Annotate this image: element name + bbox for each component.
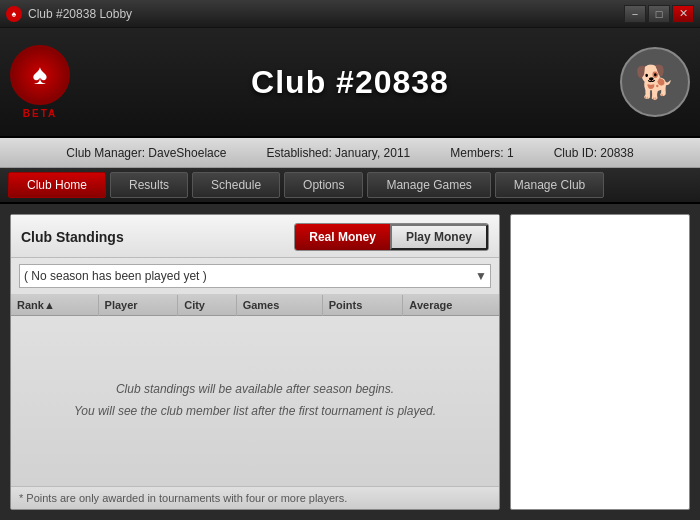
title-bar-left: ♠ Club #20838 Lobby <box>6 6 132 22</box>
nav-tab-club-home[interactable]: Club Home <box>8 172 106 198</box>
avatar: 🐕 <box>620 47 690 117</box>
standings-table: Rank▲PlayerCityGamesPointsAverage <box>11 295 499 316</box>
close-button[interactable]: ✕ <box>672 5 694 23</box>
season-select-wrapper: ( No season has been played yet ) ▼ <box>19 264 491 288</box>
play-money-button[interactable]: Play Money <box>390 224 488 250</box>
nav-tab-manage-games[interactable]: Manage Games <box>367 172 490 198</box>
title-bar-text: Club #20838 Lobby <box>28 7 132 21</box>
real-money-button[interactable]: Real Money <box>295 224 390 250</box>
money-toggle: Real Money Play Money <box>294 223 489 251</box>
standings-title: Club Standings <box>21 229 124 245</box>
established-info: Established: January, 2011 <box>266 146 410 160</box>
club-id-info: Club ID: 20838 <box>554 146 634 160</box>
empty-message-line2: You will see the club member list after … <box>74 401 436 423</box>
logo-area: ♠ BETA <box>10 45 70 119</box>
empty-message-line1: Club standings will be available after s… <box>116 379 394 401</box>
maximize-button[interactable]: □ <box>648 5 670 23</box>
table-header: Rank▲PlayerCityGamesPointsAverage <box>11 295 499 316</box>
season-select-row: ( No season has been played yet ) ▼ <box>11 258 499 295</box>
nav-tab-schedule[interactable]: Schedule <box>192 172 280 198</box>
right-panel <box>510 214 690 510</box>
nav-tab-options[interactable]: Options <box>284 172 363 198</box>
standings-empty: Club standings will be available after s… <box>11 316 499 486</box>
header: ♠ BETA Club #20838 🐕 <box>0 28 700 138</box>
logo-circle: ♠ <box>10 45 70 105</box>
nav-tab-results[interactable]: Results <box>110 172 188 198</box>
standings-header: Club Standings Real Money Play Money <box>11 215 499 258</box>
table-header-row: Rank▲PlayerCityGamesPointsAverage <box>11 295 499 316</box>
club-title: Club #20838 <box>251 64 449 101</box>
logo-icon: ♠ <box>33 59 48 91</box>
title-bar: ♠ Club #20838 Lobby − □ ✕ <box>0 0 700 28</box>
members-info: Members: 1 <box>450 146 513 160</box>
window-controls: − □ ✕ <box>624 5 694 23</box>
manager-info: Club Manager: DaveShoelace <box>66 146 226 160</box>
beta-label: BETA <box>23 108 57 119</box>
season-select[interactable]: ( No season has been played yet ) <box>19 264 491 288</box>
nav-tab-manage-club[interactable]: Manage Club <box>495 172 604 198</box>
app-icon: ♠ <box>6 6 22 22</box>
col-header-games: Games <box>236 295 322 316</box>
avatar-image: 🐕 <box>635 63 675 101</box>
col-header-player: Player <box>98 295 178 316</box>
col-header-city: City <box>178 295 236 316</box>
col-header-rank[interactable]: Rank▲ <box>11 295 98 316</box>
info-bar: Club Manager: DaveShoelace Established: … <box>0 138 700 168</box>
nav-bar: Club HomeResultsScheduleOptionsManage Ga… <box>0 168 700 204</box>
col-header-points: Points <box>322 295 403 316</box>
left-panel: Club Standings Real Money Play Money ( N… <box>10 214 500 510</box>
minimize-button[interactable]: − <box>624 5 646 23</box>
col-header-average: Average <box>403 295 499 316</box>
main-content: Club Standings Real Money Play Money ( N… <box>0 204 700 520</box>
footer-note: * Points are only awarded in tournaments… <box>11 486 499 509</box>
